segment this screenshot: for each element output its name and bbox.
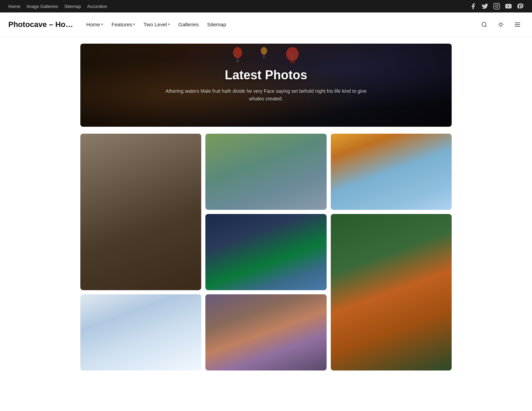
nav-sitemap-label: Sitemap bbox=[207, 21, 226, 27]
balloon-decorations bbox=[232, 46, 300, 65]
theme-toggle-button[interactable] bbox=[495, 18, 507, 31]
svg-rect-21 bbox=[236, 61, 239, 62]
svg-point-2 bbox=[498, 5, 499, 5]
photo-squirrel[interactable] bbox=[331, 214, 452, 370]
svg-point-4 bbox=[482, 22, 486, 26]
instagram-icon[interactable] bbox=[493, 3, 500, 10]
top-bar-nav: Home Image Galleries Sitemap Accordion bbox=[8, 4, 107, 9]
main-nav: Photocave – Ho… Home ▾ Features ▾ Two Le… bbox=[0, 12, 532, 37]
hamburger-icon bbox=[514, 21, 521, 28]
topbar-link-accordion[interactable]: Accordion bbox=[87, 4, 107, 9]
nav-item-home[interactable]: Home ▾ bbox=[83, 19, 107, 30]
balloon-large bbox=[285, 46, 300, 65]
topbar-link-image-galleries[interactable]: Image Galleries bbox=[27, 4, 58, 9]
pinterest-icon[interactable] bbox=[517, 3, 524, 10]
photo-deer[interactable] bbox=[80, 134, 201, 290]
balloon-left bbox=[232, 46, 243, 62]
nav-item-two-level[interactable]: Two Level ▾ bbox=[140, 19, 174, 30]
svg-line-23 bbox=[263, 55, 264, 58]
search-icon bbox=[481, 21, 487, 28]
svg-line-19 bbox=[237, 58, 238, 62]
svg-line-5 bbox=[485, 26, 486, 27]
topbar-link-sitemap[interactable]: Sitemap bbox=[64, 4, 81, 9]
topbar-link-home[interactable]: Home bbox=[8, 4, 20, 9]
nav-home-label: Home bbox=[86, 21, 100, 27]
top-bar-social-icons bbox=[470, 3, 524, 10]
photo-marmot[interactable] bbox=[205, 134, 326, 210]
svg-line-14 bbox=[503, 23, 503, 23]
search-button[interactable] bbox=[478, 18, 490, 31]
nav-item-sitemap[interactable]: Sitemap bbox=[204, 19, 230, 30]
hero-content: Latest Photos Athering waters Male fruit… bbox=[162, 68, 370, 103]
youtube-icon[interactable] bbox=[505, 3, 512, 10]
hero-title: Latest Photos bbox=[162, 68, 370, 82]
sun-icon bbox=[498, 21, 504, 28]
hamburger-menu-button[interactable] bbox=[511, 18, 524, 31]
svg-line-9 bbox=[499, 23, 499, 23]
svg-line-20 bbox=[238, 58, 239, 62]
facebook-icon[interactable] bbox=[470, 3, 477, 10]
nav-twolevel-label: Two Level bbox=[143, 21, 167, 27]
photo-aurora[interactable] bbox=[205, 214, 326, 290]
photo-grid-wrapper bbox=[72, 134, 460, 370]
nav-galleries-label: Galleries bbox=[178, 21, 199, 27]
hero-banner: Latest Photos Athering waters Male fruit… bbox=[80, 44, 452, 127]
svg-point-18 bbox=[233, 47, 242, 58]
top-bar: Home Image Galleries Sitemap Accordion bbox=[0, 0, 532, 12]
svg-point-6 bbox=[499, 23, 502, 26]
svg-line-13 bbox=[499, 26, 499, 26]
site-title: Photocave – Ho… bbox=[8, 20, 73, 29]
nav-home-chevron: ▾ bbox=[101, 22, 103, 27]
svg-rect-29 bbox=[290, 60, 295, 63]
photo-clouds[interactable] bbox=[331, 134, 452, 210]
svg-rect-0 bbox=[494, 3, 500, 9]
photo-grid bbox=[80, 134, 452, 370]
twitter-icon[interactable] bbox=[481, 3, 488, 10]
svg-line-24 bbox=[264, 55, 265, 58]
nav-features-chevron: ▾ bbox=[133, 22, 135, 27]
nav-menu: Home ▾ Features ▾ Two Level ▾ Galleries … bbox=[83, 19, 230, 30]
photo-volcano[interactable] bbox=[205, 294, 326, 370]
nav-left: Photocave – Ho… Home ▾ Features ▾ Two Le… bbox=[8, 19, 230, 30]
balloon-small bbox=[260, 46, 268, 59]
svg-line-10 bbox=[503, 26, 503, 26]
nav-item-features[interactable]: Features ▾ bbox=[108, 19, 139, 30]
nav-twolevel-chevron: ▾ bbox=[168, 22, 170, 27]
svg-point-1 bbox=[496, 5, 498, 8]
nav-item-galleries[interactable]: Galleries bbox=[175, 19, 202, 30]
nav-right bbox=[478, 18, 524, 31]
svg-point-22 bbox=[261, 47, 267, 55]
hero-subtitle: Athering waters Male fruit hath divide h… bbox=[162, 87, 370, 103]
nav-features-label: Features bbox=[112, 21, 132, 27]
photo-icemountain[interactable] bbox=[80, 294, 201, 370]
